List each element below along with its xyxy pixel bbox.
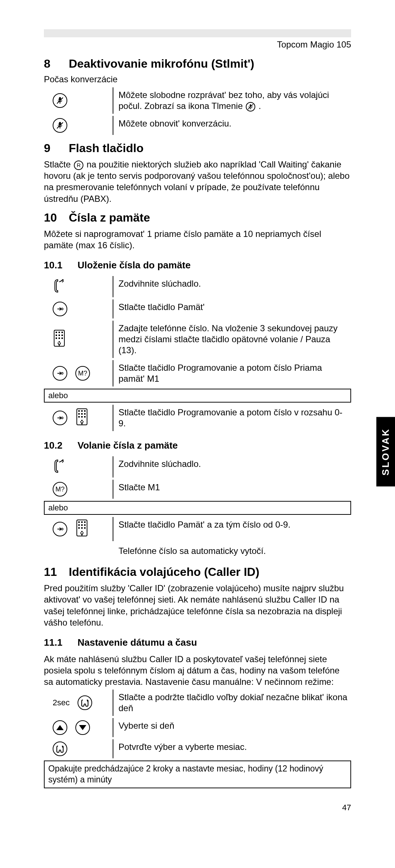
store-icon (53, 411, 67, 425)
alebo-row: alebo (44, 501, 351, 515)
store-icon (53, 522, 67, 536)
s10-2-r1-text: Zodvihnite slúchadlo. (113, 456, 351, 478)
mute-icon (53, 118, 67, 133)
keypad-icon (75, 408, 89, 428)
s10-1-r4-text: Stlačte tlačidlo Programovanie a potom č… (113, 360, 351, 386)
language-tab: SLOVAK (376, 417, 395, 486)
up-arrow-icon (53, 720, 67, 735)
s8-row2: Môžete obnovit' konverzáciu. (44, 116, 351, 135)
section-8-lead: Počas konverzácie (44, 74, 351, 84)
r-button-icon: R (74, 161, 83, 170)
section-9-num: 9 (44, 141, 59, 155)
s10-1-r1: Zodvihnite slúchadlo. (44, 276, 351, 297)
s10-2-r1: Zodvihnite slúchadlo. (44, 456, 351, 478)
s10-1-r2: Stlačte tlačidlo Pamät' (44, 299, 351, 318)
s8-row1-text: Môžete slobodne rozprávat' bez toho, aby… (113, 87, 351, 114)
s10-2-r2-text: Stlačte M1 (113, 480, 351, 499)
section-10-2-title: Volanie čísla z pamäte (78, 440, 178, 451)
header-band (44, 29, 351, 37)
s11-r1-text: Stlačte a podržte tlačidlo voľby dokiaľ … (113, 690, 351, 716)
section-8-title: Deaktivovanie mikrofónu (Stlmit') (69, 57, 254, 71)
section-10-2-heading: 10.2 Volanie čísla z pamäte (44, 440, 351, 451)
s11-note: Opakujte predchádzajúce 2 kroky a nastav… (44, 761, 351, 788)
section-10-1-heading: 10.1 Uloženie čísla do pamäte (44, 260, 351, 271)
section-10-2-num: 10.2 (44, 440, 66, 451)
store-icon (53, 366, 67, 381)
section-11-1-heading: 11.1 Nastavenie dátumu a času (44, 637, 351, 648)
section-11-1-title: Nastavenie dátumu a času (78, 637, 197, 648)
s10-1-r4: M? Stlačte tlačidlo Programovanie a poto… (44, 360, 351, 386)
section-11-num: 11 (44, 565, 59, 579)
s11-r3: Potvrďte výber a vyberte mesiac. (44, 739, 351, 758)
s8-row2-text: Môžete obnovit' konverzáciu. (113, 116, 351, 135)
s11-r3-text: Potvrďte výber a vyberte mesiac. (113, 739, 351, 758)
m-button-icon: M? (75, 366, 90, 381)
s11-r1: 2sec Stlačte a podržte tlačidlo voľby do… (44, 690, 351, 716)
down-arrow-icon (75, 720, 90, 735)
s10-1-r1-text: Zodvihnite slúchadlo. (113, 276, 351, 297)
store-icon (53, 302, 67, 316)
s10-2-r4: Telefónne číslo sa automaticky vytočí. (44, 543, 351, 559)
phone-select-icon (78, 695, 92, 710)
s8-row1: Môžete slobodne rozprávat' bez toho, aby… (44, 87, 351, 114)
alebo-row: alebo (44, 389, 351, 403)
handset-icon (53, 278, 65, 295)
section-10-1-num: 10.1 (44, 260, 66, 271)
section-10-title: Čísla z pamäte (69, 211, 150, 224)
m-button-icon: M? (53, 482, 67, 497)
keypad-icon (53, 329, 66, 349)
section-11-title: Identifikácia volajúceho (Caller ID) (69, 565, 259, 579)
s10-1-r3: Zadajte telefónne číslo. Na vloženie 3 s… (44, 321, 351, 358)
duration-label: 2sec (53, 698, 69, 707)
section-9-heading: 9 Flash tlačidlo (44, 141, 351, 155)
phone-select-icon (53, 741, 67, 756)
s10-2-r3: Stlačte tlačidlo Pamät' a za tým číslo o… (44, 517, 351, 541)
section-11-heading: 11 Identifikácia volajúceho (Caller ID) (44, 565, 351, 579)
section-10-heading: 10 Čísla z pamäte (44, 211, 351, 224)
s10-2-r4-text: Telefónne číslo sa automaticky vytočí. (113, 543, 351, 559)
mute-icon (53, 93, 67, 108)
s10-1-r2-text: Stlačte tlačidlo Pamät' (113, 299, 351, 318)
s11-r2: Vyberte si deň (44, 718, 351, 737)
section-8-heading: 8 Deaktivovanie mikrofónu (Stlmit') (44, 57, 351, 71)
section-11-1-body: Ak máte nahlásenú službu Caller ID a pos… (44, 653, 351, 688)
s10-1-r3-text: Zadajte telefónne číslo. Na vloženie 3 s… (113, 321, 351, 358)
handset-icon (53, 458, 65, 475)
product-name: Topcom Magio 105 (44, 39, 351, 50)
mute-inline-icon (246, 102, 255, 112)
s10-2-r3-text: Stlačte tlačidlo Pamät' a za tým číslo o… (113, 517, 351, 541)
section-10-body: Môžete si naprogramovat' 1 priame číslo … (44, 228, 351, 251)
keypad-icon (75, 519, 89, 539)
page-number: 47 (44, 803, 351, 812)
s10-1-r5: Stlačte tlačidlo Programovanie a potom č… (44, 405, 351, 431)
section-11-body: Pred použitím služby 'Caller ID' (zobraz… (44, 582, 351, 628)
s10-2-r2: M? Stlačte M1 (44, 480, 351, 499)
section-10-1-title: Uloženie čísla do pamäte (78, 260, 191, 271)
s11-r2-text: Vyberte si deň (113, 718, 351, 737)
section-10-num: 10 (44, 211, 59, 224)
section-9-title: Flash tlačidlo (69, 141, 143, 155)
section-11-1-num: 11.1 (44, 637, 66, 648)
section-9-body: Stlačte R na použitie niektorých služieb… (44, 159, 351, 204)
s10-1-r5-text: Stlačte tlačidlo Programovanie a potom č… (113, 405, 351, 431)
section-8-num: 8 (44, 57, 59, 71)
